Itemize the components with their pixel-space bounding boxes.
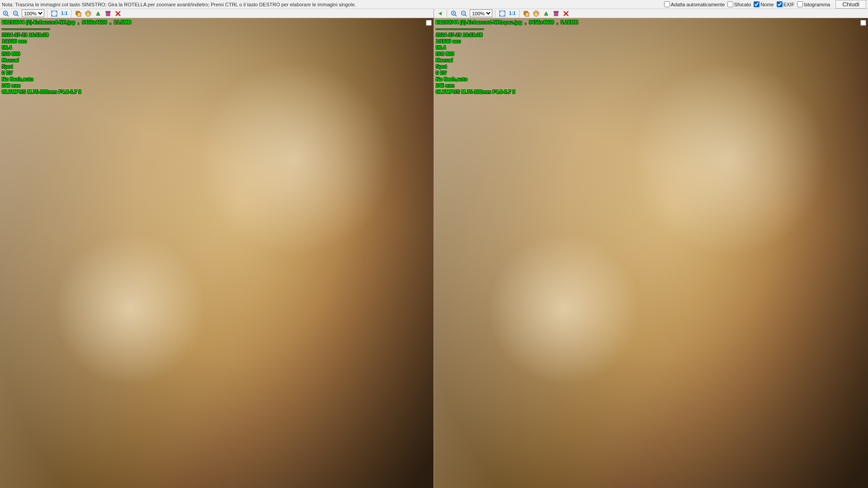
svg-line-1 xyxy=(7,14,9,16)
checkbox-nome-input[interactable] xyxy=(754,1,760,7)
svg-point-30 xyxy=(536,11,537,12)
svg-line-5 xyxy=(17,14,19,16)
separator xyxy=(47,10,47,17)
svg-point-31 xyxy=(537,12,538,13)
svg-rect-14 xyxy=(106,12,110,16)
close-button[interactable]: Chiudi xyxy=(835,0,866,9)
palette-icon[interactable] xyxy=(532,9,540,18)
recycle-icon[interactable] xyxy=(94,9,102,18)
svg-point-29 xyxy=(534,12,535,13)
svg-line-19 xyxy=(455,14,457,16)
separator xyxy=(519,10,519,17)
trash-icon[interactable] xyxy=(104,9,112,18)
trash-icon[interactable] xyxy=(552,9,560,18)
svg-rect-9 xyxy=(77,13,81,16)
separator xyxy=(71,10,71,17)
top-right-controls: Adatta automaticamente Sfocato Nome EXIF… xyxy=(664,0,866,9)
image-canvas-right[interactable]: E1230044 (2)-Enhanced-NRtopaz.jpg , 3456… xyxy=(434,18,868,488)
top-bar: Nota: Trascina le immagini col tasto SIN… xyxy=(0,0,868,9)
svg-rect-33 xyxy=(554,11,558,12)
one-to-one-button[interactable]: 1:1 xyxy=(508,11,516,16)
checkbox-exif-input[interactable] xyxy=(777,1,783,7)
svg-rect-15 xyxy=(106,11,110,12)
copy-icon[interactable] xyxy=(74,9,82,18)
copy-icon[interactable] xyxy=(522,9,530,18)
svg-point-28 xyxy=(533,11,539,16)
compare-panes: 100% 1:1 E1230044 (2)-Enhanced-NR.jpg , … xyxy=(0,9,868,488)
select-pane-checkbox[interactable] xyxy=(860,20,866,26)
checkbox-adatta-input[interactable] xyxy=(664,1,670,7)
overlay-left: E1230044 (2)-Enhanced-NR.jpg , 3456x4608… xyxy=(2,19,131,95)
toolbar-left: 100% 1:1 xyxy=(0,9,434,18)
back-arrow-icon[interactable] xyxy=(436,9,444,18)
select-pane-checkbox[interactable] xyxy=(426,20,432,26)
close-pane-icon[interactable] xyxy=(562,9,570,18)
checkbox-nome[interactable]: Nome xyxy=(754,1,774,7)
zoom-in-icon[interactable] xyxy=(2,9,10,18)
close-pane-icon[interactable] xyxy=(114,9,122,18)
zoom-out-icon[interactable] xyxy=(460,9,468,18)
svg-point-13 xyxy=(89,12,90,13)
toolbar-right: 100% 1:1 xyxy=(434,9,868,18)
overlay-right: E1230044 (2)-Enhanced-NRtopaz.jpg , 3456… xyxy=(436,19,578,95)
palette-icon[interactable] xyxy=(84,9,92,18)
checkbox-sfocato[interactable]: Sfocato xyxy=(727,1,751,7)
separator xyxy=(495,10,495,17)
checkbox-istogramma-input[interactable] xyxy=(797,1,803,7)
svg-point-11 xyxy=(86,12,87,13)
pane-left: 100% 1:1 E1230044 (2)-Enhanced-NR.jpg , … xyxy=(0,9,434,488)
svg-line-23 xyxy=(465,14,467,16)
checkbox-sfocato-input[interactable] xyxy=(727,1,733,7)
checkbox-istogramma[interactable]: Istogramma xyxy=(797,1,830,7)
one-to-one-button[interactable]: 1:1 xyxy=(60,11,68,16)
fit-icon[interactable] xyxy=(50,9,58,18)
svg-rect-27 xyxy=(525,13,529,16)
recycle-icon[interactable] xyxy=(542,9,550,18)
pane-right: 100% 1:1 E1230044 (2)-Enhanced-NRtopaz.j… xyxy=(434,9,868,488)
zoom-select-right[interactable]: 100% xyxy=(470,9,492,17)
fit-icon[interactable] xyxy=(498,9,506,18)
zoom-out-icon[interactable] xyxy=(12,9,20,18)
svg-rect-32 xyxy=(554,12,558,16)
separator xyxy=(447,10,447,17)
checkbox-exif[interactable]: EXIF xyxy=(777,1,794,7)
zoom-in-icon[interactable] xyxy=(450,9,458,18)
hint-text: Nota: Trascina le immagini col tasto SIN… xyxy=(2,2,356,7)
checkbox-adatta[interactable]: Adatta automaticamente xyxy=(664,1,725,7)
image-canvas-left[interactable]: E1230044 (2)-Enhanced-NR.jpg , 3456x4608… xyxy=(0,18,434,488)
svg-point-10 xyxy=(85,11,91,16)
zoom-select-left[interactable]: 100% xyxy=(22,9,44,17)
svg-point-12 xyxy=(88,11,89,12)
